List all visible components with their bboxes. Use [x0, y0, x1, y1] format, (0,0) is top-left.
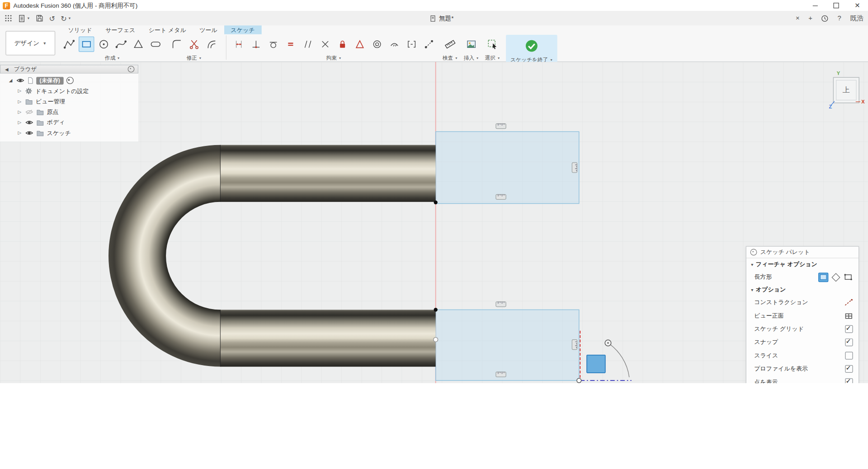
tab-tools[interactable]: ツール: [193, 25, 224, 34]
tab-surface[interactable]: サーフェス: [99, 25, 142, 34]
select-group-label[interactable]: 選択: [485, 55, 500, 62]
measure-tool-button[interactable]: [442, 37, 458, 52]
file-menu-button[interactable]: ▼: [18, 14, 30, 22]
insert-group-label[interactable]: 挿入: [464, 55, 479, 62]
option-show-profile[interactable]: プロファイルを表示: [746, 362, 859, 375]
sketch-rectangle-bottom[interactable]: [436, 310, 579, 380]
eye-off-icon[interactable]: [25, 109, 34, 115]
three-point-rectangle-button[interactable]: [830, 272, 840, 282]
section-collapse-icon[interactable]: ▼: [750, 263, 755, 267]
curvature-constraint-button[interactable]: [387, 37, 402, 52]
center-rectangle-button[interactable]: [843, 272, 853, 282]
two-point-rectangle-button[interactable]: [818, 272, 828, 282]
project-constraint-button[interactable]: [421, 37, 437, 52]
midpoint-constraint-button[interactable]: [404, 37, 420, 52]
sketch-dimension-button[interactable]: [231, 37, 247, 52]
midpoint-grip[interactable]: [434, 338, 438, 342]
collapsed-arrow-icon[interactable]: ▷: [17, 109, 22, 114]
tree-item-view-management[interactable]: ▷ ビュー管理: [0, 96, 138, 107]
panel-options-icon[interactable]: [750, 249, 757, 256]
tab-sheet-metal[interactable]: シート メタル: [142, 25, 193, 34]
save-button[interactable]: [36, 14, 43, 22]
fillet-tool-button[interactable]: [169, 37, 185, 52]
horizontal-vertical-constraint-button[interactable]: [248, 37, 264, 52]
modify-group-label[interactable]: 修正: [186, 55, 202, 62]
option-look-at[interactable]: ビュー正面: [746, 309, 859, 322]
parallel-constraint-button[interactable]: [300, 37, 316, 52]
look-at-plane-icon[interactable]: [844, 312, 853, 319]
tab-sketch[interactable]: スケッチ: [224, 25, 262, 34]
sketch-point[interactable]: [434, 201, 437, 204]
tree-root-document[interactable]: ◢ (未保存): [0, 75, 138, 85]
symmetry-constraint-button[interactable]: [352, 37, 368, 52]
slice-checkbox[interactable]: [845, 352, 853, 360]
tree-item-document-settings[interactable]: ▷ ドキュメントの設定: [0, 86, 138, 96]
option-snap[interactable]: スナップ: [746, 336, 859, 349]
collapsed-arrow-icon[interactable]: ▷: [17, 131, 22, 136]
collinear-constraint-button[interactable]: [317, 37, 333, 52]
collapsed-arrow-icon[interactable]: ▷: [17, 99, 22, 104]
collapse-left-icon[interactable]: ◀: [4, 67, 9, 72]
user-account-button[interactable]: 既浩: [850, 14, 863, 23]
feature-options-section[interactable]: ▼ フィーチャ オプション: [746, 258, 859, 271]
select-tool-button[interactable]: [485, 37, 500, 52]
app-grid-icon[interactable]: [5, 14, 12, 22]
undo-button[interactable]: ↺: [49, 14, 55, 22]
constraints-group-label[interactable]: 拘束: [326, 55, 342, 62]
option-show-points[interactable]: 点を表示: [746, 375, 859, 383]
circle-tool-button[interactable]: [96, 37, 112, 52]
concentric-constraint-button[interactable]: [369, 37, 385, 52]
corner-point[interactable]: [577, 378, 581, 383]
construction-icon[interactable]: [844, 299, 853, 306]
sketch-rectangle-top[interactable]: [436, 131, 579, 203]
inspect-group-label[interactable]: 検査: [443, 55, 458, 62]
show-points-checkbox[interactable]: [845, 378, 853, 383]
sketch-point[interactable]: [434, 308, 437, 311]
spline-tool-button[interactable]: [113, 37, 129, 52]
line-tool-button[interactable]: [61, 37, 77, 52]
snap-checkbox[interactable]: [845, 338, 853, 346]
equal-constraint-button[interactable]: [283, 37, 299, 52]
tab-solid[interactable]: ソリッド: [61, 25, 99, 34]
slot-tool-button[interactable]: [148, 37, 164, 52]
palette-header[interactable]: スケッチ パレット: [746, 247, 859, 258]
tangent-constraint-button[interactable]: [265, 37, 281, 52]
finish-sketch-button[interactable]: [524, 38, 540, 53]
option-slice[interactable]: スライス: [746, 349, 859, 362]
options-section[interactable]: ▼ オプション: [746, 284, 859, 296]
eye-icon[interactable]: [16, 77, 25, 83]
help-button[interactable]: ?: [837, 14, 841, 22]
close-button[interactable]: ✕: [847, 0, 868, 11]
new-tab-button[interactable]: +: [808, 14, 812, 22]
show-profile-checkbox[interactable]: [845, 365, 853, 373]
workspace-selector[interactable]: デザイン▼: [5, 31, 55, 56]
rectangle-tool-button[interactable]: [79, 37, 94, 52]
collapsed-arrow-icon[interactable]: ▷: [17, 120, 22, 125]
section-collapse-icon[interactable]: ▼: [750, 288, 755, 292]
option-sketch-grid[interactable]: スケッチ グリッド: [746, 323, 859, 336]
minimize-button[interactable]: [804, 0, 826, 11]
tree-item-sketches[interactable]: ▷ スケッチ: [0, 128, 138, 138]
eye-icon[interactable]: [25, 119, 34, 125]
insert-image-button[interactable]: [463, 37, 479, 52]
tree-item-bodies[interactable]: ▷ ボディ: [0, 117, 138, 128]
panel-options-icon[interactable]: [128, 66, 135, 73]
polygon-tool-button[interactable]: [131, 37, 146, 52]
document-tab[interactable]: 無題*: [429, 11, 453, 25]
fix-constraint-button[interactable]: [335, 37, 350, 52]
job-status-icon[interactable]: [821, 14, 829, 22]
active-component-radio[interactable]: [66, 77, 73, 84]
maximize-button[interactable]: [826, 0, 847, 11]
browser-header[interactable]: ◀ ブラウザ: [0, 65, 138, 74]
close-tab-button[interactable]: ×: [796, 14, 800, 22]
create-group-label[interactable]: 作成: [105, 55, 120, 62]
expand-icon[interactable]: ◢: [8, 78, 13, 83]
sketch-grid-checkbox[interactable]: [845, 325, 853, 333]
tree-item-origin[interactable]: ▷ 原点: [0, 107, 138, 117]
eye-icon[interactable]: [25, 130, 34, 136]
option-construction[interactable]: コンストラクション: [746, 296, 859, 309]
trim-tool-button[interactable]: [186, 37, 202, 52]
offset-tool-button[interactable]: [203, 37, 219, 52]
collapsed-arrow-icon[interactable]: ▷: [17, 89, 22, 94]
redo-button[interactable]: ↻▼: [61, 14, 71, 22]
